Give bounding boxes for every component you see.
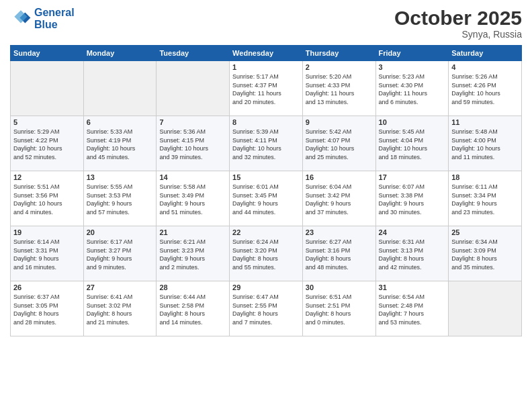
- calendar-cell: 24Sunrise: 6:31 AM Sunset: 3:13 PM Dayli…: [375, 226, 449, 281]
- day-info: Sunrise: 5:55 AM Sunset: 3:53 PM Dayligh…: [87, 183, 154, 216]
- day-info: Sunrise: 6:07 AM Sunset: 3:38 PM Dayligh…: [379, 183, 446, 216]
- calendar-cell: 6Sunrise: 5:33 AM Sunset: 4:19 PM Daylig…: [83, 116, 157, 171]
- day-number: 19: [13, 228, 81, 236]
- logo-line2: Blue: [34, 19, 58, 30]
- day-number: 1: [232, 63, 300, 71]
- calendar-cell: 19Sunrise: 6:14 AM Sunset: 3:31 PM Dayli…: [11, 226, 84, 281]
- day-info: Sunrise: 6:41 AM Sunset: 3:02 PM Dayligh…: [87, 293, 154, 326]
- calendar-cell: 17Sunrise: 6:07 AM Sunset: 3:38 PM Dayli…: [375, 171, 449, 226]
- weekday-row: Sunday Monday Tuesday Wednesday Thursday…: [11, 46, 522, 61]
- calendar-cell: 4Sunrise: 5:26 AM Sunset: 4:26 PM Daylig…: [449, 61, 522, 116]
- day-number: 24: [379, 228, 446, 236]
- day-info: Sunrise: 5:29 AM Sunset: 4:22 PM Dayligh…: [13, 128, 81, 161]
- location-subtitle: Synya, Russia: [394, 29, 522, 40]
- day-info: Sunrise: 6:01 AM Sunset: 3:45 PM Dayligh…: [232, 183, 300, 216]
- day-info: Sunrise: 5:33 AM Sunset: 4:19 PM Dayligh…: [87, 128, 154, 161]
- day-info: Sunrise: 6:27 AM Sunset: 3:16 PM Dayligh…: [306, 238, 373, 271]
- day-info: Sunrise: 5:51 AM Sunset: 3:56 PM Dayligh…: [13, 183, 81, 216]
- day-number: 22: [232, 228, 300, 236]
- day-number: 21: [159, 228, 226, 236]
- day-number: 31: [379, 283, 446, 291]
- header-wednesday: Wednesday: [230, 46, 303, 61]
- calendar-cell: [83, 61, 157, 116]
- calendar-cell: 26Sunrise: 6:37 AM Sunset: 3:05 PM Dayli…: [11, 281, 84, 336]
- day-number: 4: [451, 63, 519, 71]
- calendar-week-3: 12Sunrise: 5:51 AM Sunset: 3:56 PM Dayli…: [11, 171, 522, 226]
- logo: General Blue: [10, 7, 75, 30]
- calendar-header: Sunday Monday Tuesday Wednesday Thursday…: [11, 46, 522, 61]
- header-thursday: Thursday: [302, 46, 375, 61]
- day-info: Sunrise: 6:51 AM Sunset: 2:51 PM Dayligh…: [306, 293, 373, 326]
- day-number: 12: [13, 173, 81, 181]
- calendar-cell: 20Sunrise: 6:17 AM Sunset: 3:27 PM Dayli…: [83, 226, 157, 281]
- day-number: 25: [451, 228, 519, 236]
- day-info: Sunrise: 5:48 AM Sunset: 4:00 PM Dayligh…: [451, 128, 519, 161]
- day-number: 13: [87, 173, 154, 181]
- day-info: Sunrise: 5:42 AM Sunset: 4:07 PM Dayligh…: [306, 128, 373, 161]
- calendar-body: 1Sunrise: 5:17 AM Sunset: 4:37 PM Daylig…: [11, 61, 522, 336]
- day-info: Sunrise: 5:26 AM Sunset: 4:26 PM Dayligh…: [451, 73, 519, 106]
- calendar-cell: 18Sunrise: 6:11 AM Sunset: 3:34 PM Dayli…: [449, 171, 522, 226]
- day-number: 6: [87, 118, 154, 126]
- header-tuesday: Tuesday: [157, 46, 230, 61]
- day-info: Sunrise: 6:31 AM Sunset: 3:13 PM Dayligh…: [379, 238, 446, 271]
- day-number: 11: [451, 118, 519, 126]
- calendar-table: Sunday Monday Tuesday Wednesday Thursday…: [10, 45, 522, 336]
- day-number: 18: [451, 173, 519, 181]
- logo-text: General Blue: [34, 7, 75, 30]
- calendar-cell: 7Sunrise: 5:36 AM Sunset: 4:15 PM Daylig…: [157, 116, 230, 171]
- calendar-cell: 25Sunrise: 6:34 AM Sunset: 3:09 PM Dayli…: [449, 226, 522, 281]
- day-info: Sunrise: 6:34 AM Sunset: 3:09 PM Dayligh…: [451, 238, 519, 271]
- calendar-cell: 8Sunrise: 5:39 AM Sunset: 4:11 PM Daylig…: [230, 116, 303, 171]
- day-number: 17: [379, 173, 446, 181]
- page: General Blue October 2025 Synya, Russia …: [0, 0, 532, 411]
- calendar-week-5: 26Sunrise: 6:37 AM Sunset: 3:05 PM Dayli…: [11, 281, 522, 336]
- calendar-cell: 12Sunrise: 5:51 AM Sunset: 3:56 PM Dayli…: [11, 171, 84, 226]
- calendar-cell: 22Sunrise: 6:24 AM Sunset: 3:20 PM Dayli…: [230, 226, 303, 281]
- day-info: Sunrise: 5:45 AM Sunset: 4:04 PM Dayligh…: [379, 128, 446, 161]
- day-number: 14: [159, 173, 226, 181]
- calendar-cell: [11, 61, 84, 116]
- calendar-cell: 29Sunrise: 6:47 AM Sunset: 2:55 PM Dayli…: [230, 281, 303, 336]
- day-info: Sunrise: 6:54 AM Sunset: 2:48 PM Dayligh…: [379, 293, 446, 326]
- calendar-week-4: 19Sunrise: 6:14 AM Sunset: 3:31 PM Dayli…: [11, 226, 522, 281]
- day-number: 9: [306, 118, 373, 126]
- day-number: 28: [159, 283, 226, 291]
- calendar-cell: 14Sunrise: 5:58 AM Sunset: 3:49 PM Dayli…: [157, 171, 230, 226]
- calendar-cell: [157, 61, 230, 116]
- header-friday: Friday: [375, 46, 449, 61]
- day-number: 7: [159, 118, 226, 126]
- day-number: 10: [379, 118, 446, 126]
- calendar-cell: 23Sunrise: 6:27 AM Sunset: 3:16 PM Dayli…: [302, 226, 375, 281]
- day-number: 30: [306, 283, 373, 291]
- calendar-cell: 28Sunrise: 6:44 AM Sunset: 2:58 PM Dayli…: [157, 281, 230, 336]
- day-info: Sunrise: 6:04 AM Sunset: 3:42 PM Dayligh…: [306, 183, 373, 216]
- day-info: Sunrise: 6:21 AM Sunset: 3:23 PM Dayligh…: [159, 238, 226, 271]
- day-info: Sunrise: 5:39 AM Sunset: 4:11 PM Dayligh…: [232, 128, 300, 161]
- day-number: 26: [13, 283, 81, 291]
- header: General Blue October 2025 Synya, Russia: [10, 7, 522, 40]
- day-info: Sunrise: 5:20 AM Sunset: 4:33 PM Dayligh…: [306, 73, 373, 106]
- calendar-cell: 21Sunrise: 6:21 AM Sunset: 3:23 PM Dayli…: [157, 226, 230, 281]
- day-number: 8: [232, 118, 300, 126]
- day-number: 3: [379, 63, 446, 71]
- calendar-cell: 31Sunrise: 6:54 AM Sunset: 2:48 PM Dayli…: [375, 281, 449, 336]
- day-info: Sunrise: 6:17 AM Sunset: 3:27 PM Dayligh…: [87, 238, 154, 271]
- day-info: Sunrise: 6:44 AM Sunset: 2:58 PM Dayligh…: [159, 293, 226, 326]
- calendar-cell: 11Sunrise: 5:48 AM Sunset: 4:00 PM Dayli…: [449, 116, 522, 171]
- calendar-cell: 27Sunrise: 6:41 AM Sunset: 3:02 PM Dayli…: [83, 281, 157, 336]
- calendar-cell: 5Sunrise: 5:29 AM Sunset: 4:22 PM Daylig…: [11, 116, 84, 171]
- calendar-cell: 9Sunrise: 5:42 AM Sunset: 4:07 PM Daylig…: [302, 116, 375, 171]
- logo-line1: General: [34, 7, 75, 18]
- calendar-cell: 15Sunrise: 6:01 AM Sunset: 3:45 PM Dayli…: [230, 171, 303, 226]
- day-number: 27: [87, 283, 154, 291]
- logo-icon: [10, 8, 32, 30]
- calendar-cell: 3Sunrise: 5:23 AM Sunset: 4:30 PM Daylig…: [375, 61, 449, 116]
- day-info: Sunrise: 6:11 AM Sunset: 3:34 PM Dayligh…: [451, 183, 519, 216]
- day-number: 15: [232, 173, 300, 181]
- day-info: Sunrise: 6:24 AM Sunset: 3:20 PM Dayligh…: [232, 238, 300, 271]
- day-number: 20: [87, 228, 154, 236]
- day-info: Sunrise: 5:23 AM Sunset: 4:30 PM Dayligh…: [379, 73, 446, 106]
- day-info: Sunrise: 5:17 AM Sunset: 4:37 PM Dayligh…: [232, 73, 300, 106]
- day-number: 23: [306, 228, 373, 236]
